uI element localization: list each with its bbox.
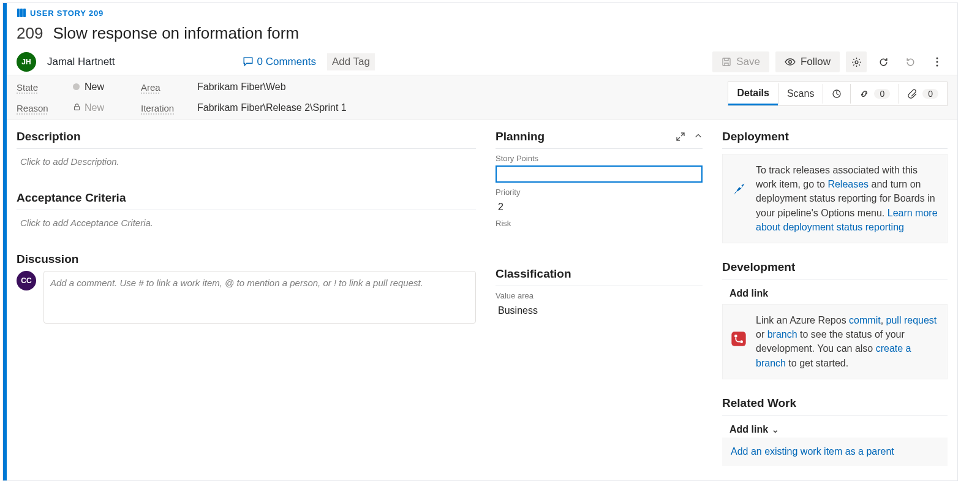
lock-icon — [73, 102, 81, 113]
links-count: 0 — [874, 89, 890, 99]
area-field[interactable]: Area Fabrikam Fiber\Web — [141, 82, 347, 93]
toolbar: Save Follow — [712, 51, 948, 72]
story-points-label: Story Points — [496, 154, 703, 163]
rocket-icon — [730, 180, 747, 197]
svg-rect-9 — [74, 107, 79, 110]
svg-point-13 — [734, 335, 737, 338]
releases-link[interactable]: Releases — [827, 179, 869, 189]
assignee-name[interactable]: Jamal Hartnett — [47, 56, 115, 68]
type-color-bar — [3, 3, 7, 480]
comments-count: 0 Comments — [257, 56, 316, 68]
fields-bar: State New Reason New Area Fabrikam Fiber… — [7, 75, 957, 120]
type-label: USER STORY 209 — [30, 9, 104, 18]
tab-history[interactable] — [823, 84, 850, 104]
settings-button[interactable] — [846, 51, 867, 72]
link-icon — [859, 89, 869, 99]
history-icon — [832, 89, 842, 99]
risk-label: Risk — [496, 219, 703, 228]
title-row: 209 Slow response on information form — [17, 24, 948, 43]
svg-rect-1 — [20, 9, 23, 17]
acceptance-placeholder[interactable]: Click to add Acceptance Criteria. — [17, 215, 476, 230]
discussion-input[interactable]: Add a comment. Use # to link a work item… — [43, 271, 476, 324]
follow-button[interactable]: Follow — [775, 51, 840, 72]
value-area-value[interactable]: Business — [496, 304, 703, 317]
assignee-avatar[interactable]: JH — [17, 52, 36, 72]
chevron-up-icon[interactable] — [694, 132, 703, 142]
meta-row: JH Jamal Hartnett 0 Comments Add Tag Sav… — [17, 51, 948, 75]
risk-value[interactable] — [496, 232, 703, 245]
column-middle: Planning Story Points Priority 2 Risk Cl… — [486, 126, 712, 466]
story-points-input[interactable] — [496, 165, 703, 183]
classification-header: Classification — [496, 267, 703, 286]
header: USER STORY 209 209 Slow response on info… — [7, 3, 957, 75]
state-field[interactable]: State New — [17, 82, 104, 93]
dev-add-link[interactable]: Add link — [729, 288, 948, 299]
branch-link[interactable]: branch — [767, 329, 797, 340]
priority-label: Priority — [496, 188, 703, 197]
svg-rect-0 — [17, 9, 20, 17]
svg-point-6 — [937, 58, 938, 59]
body: Description Click to add Description. Ac… — [7, 120, 957, 480]
repo-icon — [730, 330, 747, 347]
current-user-avatar: CC — [17, 271, 36, 290]
discussion-header: Discussion — [17, 252, 476, 266]
refresh-icon — [878, 57, 889, 67]
related-add-link[interactable]: Add link⌄ — [729, 424, 948, 435]
add-tag-button[interactable]: Add Tag — [327, 53, 375, 70]
undo-button[interactable] — [900, 51, 921, 72]
description-header: Description — [17, 130, 476, 149]
svg-rect-2 — [23, 9, 26, 17]
work-item-card: USER STORY 209 209 Slow response on info… — [2, 2, 958, 481]
svg-point-11 — [739, 185, 742, 188]
svg-point-8 — [937, 65, 938, 67]
svg-point-7 — [937, 61, 938, 63]
add-parent-link[interactable]: Add an existing work item as a parent — [722, 438, 948, 466]
svg-rect-12 — [731, 332, 745, 346]
iteration-field[interactable]: Iteration Fabrikam Fiber\Release 2\Sprin… — [141, 102, 347, 113]
deployment-info: To track releases associated with this w… — [722, 154, 948, 243]
work-item-id: 209 — [17, 24, 43, 43]
development-info: Link an Azure Repos commit, pull request… — [722, 304, 948, 379]
tab-details[interactable]: Details — [728, 83, 777, 105]
deployment-header: Deployment — [722, 130, 948, 149]
undo-icon — [905, 57, 916, 67]
refresh-button[interactable] — [873, 51, 894, 72]
attach-count: 0 — [922, 89, 938, 99]
tab-links[interactable]: 0 — [850, 84, 899, 104]
more-icon — [936, 57, 938, 67]
chevron-down-icon: ⌄ — [772, 425, 779, 434]
work-item-title[interactable]: Slow response on information form — [53, 24, 299, 43]
book-icon — [17, 8, 26, 18]
more-button[interactable] — [927, 51, 948, 72]
column-right: Deployment To track releases associated … — [712, 126, 957, 466]
save-icon — [722, 57, 731, 67]
column-left: Description Click to add Description. Ac… — [7, 126, 486, 466]
acceptance-header: Acceptance Criteria — [17, 191, 476, 210]
expand-icon[interactable] — [676, 132, 685, 142]
state-dot-icon — [73, 83, 80, 90]
value-area-label: Value area — [496, 291, 703, 300]
development-header: Development — [722, 260, 948, 279]
tab-bar: Details Scans 0 0 — [728, 82, 948, 106]
pull-request-link[interactable]: pull request — [886, 315, 937, 325]
save-button: Save — [712, 51, 769, 72]
priority-value[interactable]: 2 — [496, 200, 703, 214]
work-item-type: USER STORY 209 — [17, 8, 948, 18]
svg-point-5 — [855, 61, 858, 64]
comment-icon — [243, 56, 254, 67]
attachment-icon — [908, 89, 918, 99]
reason-field: Reason New — [17, 102, 104, 113]
svg-point-14 — [740, 340, 743, 343]
tab-scans[interactable]: Scans — [778, 83, 823, 104]
planning-header: Planning — [496, 130, 703, 149]
tab-attachments[interactable]: 0 — [899, 84, 947, 104]
commit-link[interactable]: commit — [849, 315, 881, 325]
eye-icon — [785, 56, 796, 67]
comments-link[interactable]: 0 Comments — [243, 56, 316, 68]
svg-point-4 — [789, 61, 792, 64]
svg-rect-3 — [723, 58, 730, 66]
description-placeholder[interactable]: Click to add Description. — [17, 154, 476, 169]
gear-icon — [851, 57, 862, 67]
related-work-header: Related Work — [722, 396, 948, 415]
